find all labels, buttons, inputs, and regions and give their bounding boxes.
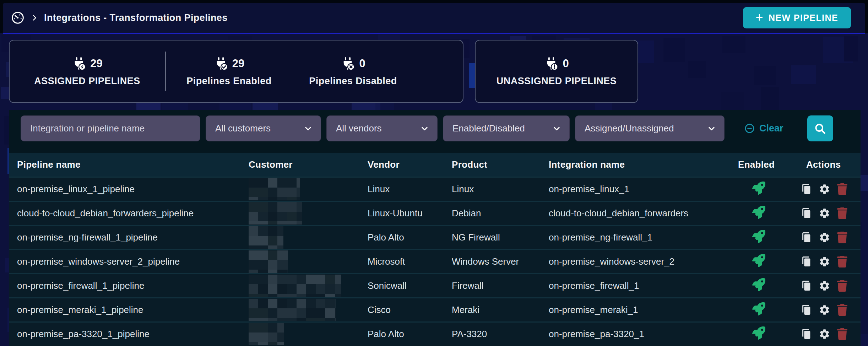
product-cell: Firewall [452, 280, 549, 291]
unassigned-pipelines-label: UNASSIGNED PIPELINES [497, 76, 617, 87]
enabled-cell [738, 230, 801, 245]
new-pipeline-button[interactable]: + NEW PIPELINE [743, 7, 851, 28]
minus-circle-icon [744, 123, 755, 134]
pipelines-disabled-count: 0 [359, 57, 365, 70]
column-header-integration-name: Integration name [549, 159, 738, 170]
pipelines-disabled-label: Pipelines Disabled [309, 76, 397, 87]
duplicate-pipeline-button[interactable] [801, 232, 813, 243]
pipeline-enabled-rocket-icon[interactable] [752, 230, 765, 243]
product-cell: PA-3320 [452, 329, 549, 340]
actions-cell [801, 207, 861, 219]
pipeline-settings-button[interactable] [819, 232, 830, 243]
integration-name-cell: on-premise_pa-3320_1 [549, 329, 738, 340]
pipeline-settings-button[interactable] [819, 207, 830, 219]
vendor-cell: Palo Alto [368, 232, 452, 243]
pipeline-enabled-rocket-icon[interactable] [752, 254, 765, 267]
gear-icon [819, 232, 830, 243]
pipeline-settings-button[interactable] [819, 183, 830, 195]
dashboard-gauge-icon[interactable] [11, 11, 25, 25]
clear-filters-button[interactable]: Clear [744, 123, 783, 134]
copy-icon [801, 232, 813, 243]
pipeline-enabled-rocket-icon[interactable] [752, 206, 765, 219]
customer-redacted-blur [249, 250, 288, 273]
delete-pipeline-button[interactable] [836, 256, 848, 267]
pipeline-name-cell: on-premise_pa-3320_1_pipeline [17, 329, 249, 340]
customers-filter-select[interactable]: All customers [206, 115, 321, 141]
customer-cell [249, 274, 368, 297]
pipeline-settings-button[interactable] [819, 304, 830, 316]
delete-pipeline-button[interactable] [836, 304, 848, 316]
stat-unassigned-pipelines: 0 UNASSIGNED PIPELINES [497, 56, 617, 87]
copy-icon [801, 256, 813, 267]
product-cell: Windows Server [452, 256, 549, 267]
customer-cell [249, 323, 368, 346]
vendors-filter-select[interactable]: All vendors [326, 115, 438, 141]
delete-pipeline-button[interactable] [836, 183, 848, 195]
actions-cell [801, 256, 861, 267]
table-row: cloud-to-cloud_debian_forwarders_pipelin… [9, 201, 861, 225]
table-row: on-premise_meraki_1_pipeline Cisco Merak… [9, 297, 861, 321]
pipeline-settings-button[interactable] [819, 328, 830, 340]
delete-pipeline-button[interactable] [836, 232, 848, 243]
chevron-down-icon [420, 124, 429, 133]
gear-icon [819, 304, 830, 316]
table-header: Pipeline name Customer Vendor Product In… [9, 153, 861, 177]
customer-redacted-blur [249, 178, 300, 200]
stat-assigned-pipelines: 29 ASSIGNED PIPELINES [10, 56, 165, 87]
pipelines-panel: All customers All vendors Enabled/Disabl… [9, 110, 861, 346]
pipeline-settings-button[interactable] [819, 256, 830, 267]
enabled-cell [738, 326, 801, 342]
trash-icon [836, 280, 848, 292]
page-title: Integrations - Transformation Pipelines [44, 12, 228, 23]
pipeline-name-cell: on-premise_linux_1_pipeline [17, 184, 249, 195]
integration-name-cell: on-premise_ng-firewall_1 [549, 232, 738, 243]
vendor-cell: Microsoft [368, 256, 452, 267]
pipeline-name-cell: on-premise_windows-server_2_pipeline [17, 256, 249, 267]
assigned-pipelines-card: 29 ASSIGNED PIPELINES 29 Pipelines Enabl… [9, 40, 463, 103]
pipeline-name-cell: cloud-to-cloud_debian_forwarders_pipelin… [17, 208, 249, 219]
screen: Integrations - Transformation Pipelines … [0, 0, 868, 346]
pipeline-enabled-rocket-icon[interactable] [752, 182, 765, 195]
search-button[interactable] [807, 115, 833, 141]
filter-bar: All customers All vendors Enabled/Disabl… [21, 115, 833, 141]
plug-lightning-icon [72, 56, 86, 71]
vendor-cell: Linux [368, 184, 452, 195]
chevron-down-icon [707, 124, 716, 133]
pipeline-settings-button[interactable] [819, 280, 830, 292]
pipeline-enabled-rocket-icon[interactable] [752, 278, 765, 291]
pipeline-name-cell: on-premise_ng-firewall_1_pipeline [17, 232, 249, 243]
delete-pipeline-button[interactable] [836, 207, 848, 219]
table-row: on-premise_firewall_1_pipeline Sonicwall… [9, 273, 861, 297]
pipeline-name-cell: on-premise_meraki_1_pipeline [17, 304, 249, 315]
pipeline-enabled-rocket-icon[interactable] [752, 302, 765, 315]
table-row: on-premise_pa-3320_1_pipeline Palo Alto … [9, 321, 861, 346]
trash-icon [836, 256, 848, 267]
trash-icon [836, 207, 848, 219]
duplicate-pipeline-button[interactable] [801, 304, 813, 316]
delete-pipeline-button[interactable] [836, 328, 848, 340]
plug-check-icon [214, 56, 228, 71]
duplicate-pipeline-button[interactable] [801, 256, 813, 267]
plug-exclamation-icon [544, 56, 558, 71]
customer-redacted-blur [249, 202, 302, 225]
table-row: on-premise_ng-firewall_1_pipeline Palo A… [9, 225, 861, 249]
search-input[interactable] [21, 115, 200, 141]
enabled-cell [738, 254, 801, 270]
duplicate-pipeline-button[interactable] [801, 207, 813, 219]
integration-name-cell: on-premise_linux_1 [549, 184, 738, 195]
trash-icon [836, 232, 848, 243]
duplicate-pipeline-button[interactable] [801, 280, 813, 292]
gear-icon [819, 256, 830, 267]
breadcrumb-chevron-icon [31, 14, 38, 22]
enabled-filter-select[interactable]: Enabled/Disabled [443, 115, 570, 141]
actions-cell [801, 280, 861, 292]
duplicate-pipeline-button[interactable] [801, 183, 813, 195]
delete-pipeline-button[interactable] [836, 280, 848, 292]
customer-redacted-blur [249, 323, 284, 345]
product-cell: Meraki [452, 304, 549, 315]
assigned-filter-select[interactable]: Assigned/Unassigned [575, 115, 725, 141]
pipeline-enabled-rocket-icon[interactable] [752, 326, 765, 340]
column-header-product: Product [452, 159, 549, 170]
trash-icon [836, 183, 848, 195]
duplicate-pipeline-button[interactable] [801, 328, 813, 340]
